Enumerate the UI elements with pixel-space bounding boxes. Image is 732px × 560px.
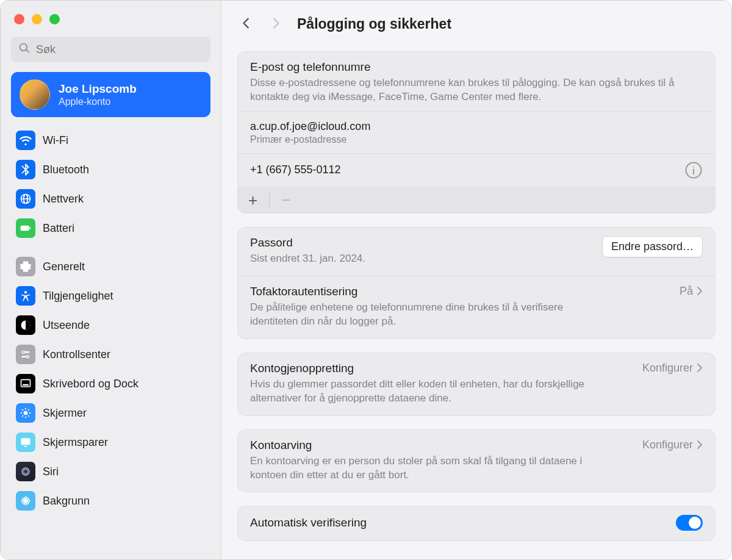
dock-icon bbox=[16, 374, 35, 393]
sidebar-item-screensaver[interactable]: Skjermsparer bbox=[11, 428, 210, 457]
sidebar-item-bluetooth[interactable]: Bluetooth bbox=[11, 155, 210, 184]
sidebar-item-wallpaper[interactable]: Bakgrunn bbox=[11, 486, 210, 515]
gear-icon bbox=[16, 257, 35, 276]
twofactor-desc: De pålitelige enhetene og telefonnumrene… bbox=[250, 301, 592, 329]
sidebar-item-label: Skrivebord og Dock bbox=[43, 378, 138, 390]
sidebar-item-displays[interactable]: Skjermer bbox=[11, 398, 210, 428]
password-desc: Sist endret 31. jan. 2024. bbox=[250, 252, 365, 266]
email-value: a.cup.of.joe@icloud.com bbox=[250, 120, 703, 133]
battery-icon bbox=[16, 218, 35, 238]
content-pane: Pålogging og sikkerhet E-post og telefon… bbox=[221, 1, 731, 559]
sidebar-item-label: Wi-Fi bbox=[43, 134, 68, 147]
main-scroll[interactable]: E-post og telefonnumre Disse e-postadres… bbox=[221, 51, 731, 559]
traffic-lights bbox=[1, 1, 221, 33]
accessibility-icon bbox=[16, 286, 35, 306]
svg-line-17 bbox=[22, 415, 23, 417]
page-title: Pålogging og sikkerhet bbox=[297, 16, 451, 32]
password-2fa-section: Passord Sist endret 31. jan. 2024. Endre… bbox=[237, 227, 716, 339]
account-recovery-row[interactable]: Kontogjenoppretting Hvis du glemmer pass… bbox=[237, 353, 716, 416]
add-remove-footer: + − bbox=[238, 187, 715, 213]
section-title: E-post og telefonnumre bbox=[250, 60, 703, 74]
sidebar-item-label: Skjermsparer bbox=[43, 436, 108, 449]
svg-point-28 bbox=[23, 498, 24, 500]
svg-rect-20 bbox=[24, 446, 27, 447]
search-input[interactable] bbox=[36, 43, 203, 56]
sidebar-item-network[interactable]: Nettverk bbox=[11, 184, 210, 214]
phone-row[interactable]: +1 (667) 555-0112 bbox=[238, 153, 715, 187]
sidebar-item-desktop-dock[interactable]: Skrivebord og Dock bbox=[11, 369, 210, 398]
header: Pålogging og sikkerhet bbox=[221, 1, 731, 51]
svg-point-31 bbox=[27, 502, 29, 504]
screensaver-icon bbox=[16, 433, 35, 452]
svg-point-10 bbox=[24, 411, 28, 415]
sidebar-item-accessibility[interactable]: Tilgjengelighet bbox=[11, 281, 210, 311]
sidebar-item-label: Tilgjengelighet bbox=[43, 290, 113, 303]
forward-button[interactable] bbox=[268, 13, 284, 35]
svg-point-22 bbox=[24, 470, 28, 474]
svg-rect-19 bbox=[21, 438, 30, 445]
sidebar: Joe Lipscomb Apple-konto Wi-Fi Bluetooth… bbox=[1, 1, 221, 559]
sidebar-item-label: Generelt bbox=[43, 260, 85, 273]
svg-line-16 bbox=[28, 415, 29, 417]
sidebar-item-battery[interactable]: Batteri bbox=[11, 214, 210, 243]
minimize-window-button[interactable] bbox=[32, 14, 42, 24]
chevron-right-icon bbox=[697, 363, 703, 373]
close-window-button[interactable] bbox=[14, 14, 24, 24]
sidebar-item-label: Utseende bbox=[43, 319, 90, 332]
sidebar-item-label: Bakgrunn bbox=[43, 495, 90, 508]
sidebar-item-label: Skjermer bbox=[43, 407, 87, 420]
email-row[interactable]: a.cup.of.joe@icloud.com Primær e-postadr… bbox=[238, 112, 715, 153]
zoom-window-button[interactable] bbox=[49, 14, 60, 24]
auto-verify-toggle[interactable] bbox=[676, 515, 703, 531]
wallpaper-icon bbox=[16, 491, 35, 511]
autoverify-title: Automatisk verifisering bbox=[250, 516, 667, 529]
change-password-button[interactable]: Endre passord… bbox=[602, 236, 703, 257]
sidebar-item-label: Nettverk bbox=[43, 193, 84, 206]
svg-point-2 bbox=[24, 291, 27, 293]
sidebar-item-label: Batteri bbox=[43, 222, 74, 235]
sidebar-item-wifi[interactable]: Wi-Fi bbox=[11, 126, 210, 155]
account-name: Joe Lipscomb bbox=[59, 82, 137, 96]
recovery-title: Kontogjenoppretting bbox=[250, 362, 634, 375]
sidebar-item-general[interactable]: Generelt bbox=[11, 252, 210, 281]
legacy-desc: En kontoarving er en person du stoler på… bbox=[250, 454, 592, 483]
divider bbox=[269, 193, 270, 207]
svg-line-18 bbox=[28, 409, 29, 411]
wifi-icon bbox=[16, 131, 35, 150]
password-title: Passord bbox=[250, 236, 365, 249]
contrast-icon bbox=[16, 315, 35, 335]
apple-account-card[interactable]: Joe Lipscomb Apple-konto bbox=[11, 72, 210, 117]
remove-button[interactable]: − bbox=[278, 192, 293, 208]
twofactor-title: Tofaktorautentisering bbox=[250, 285, 680, 298]
globe-icon bbox=[16, 189, 35, 209]
brightness-icon bbox=[16, 403, 35, 423]
account-text: Joe Lipscomb Apple-konto bbox=[59, 82, 137, 107]
sidebar-item-control-center[interactable]: Kontrollsenter bbox=[11, 340, 210, 369]
svg-line-15 bbox=[22, 409, 23, 411]
siri-icon bbox=[16, 462, 35, 481]
search-field[interactable] bbox=[11, 37, 210, 62]
chevron-right-icon bbox=[697, 286, 703, 296]
svg-rect-0 bbox=[21, 226, 29, 231]
sidebar-item-label: Kontrollsenter bbox=[43, 348, 110, 361]
account-sub: Apple-konto bbox=[59, 96, 137, 107]
sliders-icon bbox=[16, 345, 35, 364]
section-desc: Disse e-postadressene og telefonnumrene … bbox=[250, 76, 703, 104]
svg-point-34 bbox=[693, 166, 694, 167]
sidebar-nav: Wi-Fi Bluetooth Nettverk Batteri Generel… bbox=[1, 122, 221, 515]
legacy-contact-row[interactable]: Kontoarving En kontoarving er en person … bbox=[237, 429, 716, 493]
sidebar-item-appearance[interactable]: Utseende bbox=[11, 311, 210, 340]
phone-value: +1 (667) 555-0112 bbox=[250, 163, 341, 176]
sidebar-item-siri[interactable]: Siri bbox=[11, 457, 210, 486]
bluetooth-icon bbox=[16, 160, 35, 179]
recovery-action: Konfigurer bbox=[642, 362, 693, 375]
email-sub: Primær e-postadresse bbox=[250, 134, 703, 145]
svg-point-6 bbox=[23, 351, 25, 353]
twofactor-row[interactable]: Tofaktorautentisering De pålitelige enhe… bbox=[238, 276, 715, 339]
back-button[interactable] bbox=[239, 13, 254, 35]
email-phone-section: E-post og telefonnumre Disse e-postadres… bbox=[237, 51, 716, 214]
add-button[interactable]: + bbox=[245, 192, 260, 208]
svg-point-7 bbox=[26, 356, 29, 358]
info-icon[interactable] bbox=[684, 161, 703, 179]
auto-verify-row[interactable]: Automatisk verifisering bbox=[237, 506, 716, 541]
